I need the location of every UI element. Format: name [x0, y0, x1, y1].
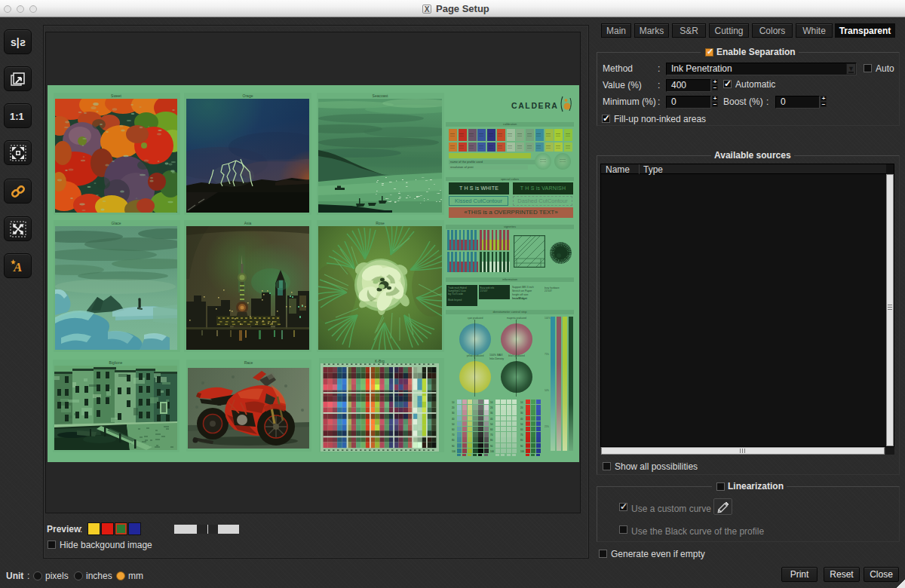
svg-text:s|: s| — [11, 36, 20, 48]
svg-text:CALDERA: CALDERA — [511, 101, 559, 110]
svg-text:s: s — [20, 36, 26, 48]
svg-text:1:1: 1:1 — [10, 111, 24, 122]
